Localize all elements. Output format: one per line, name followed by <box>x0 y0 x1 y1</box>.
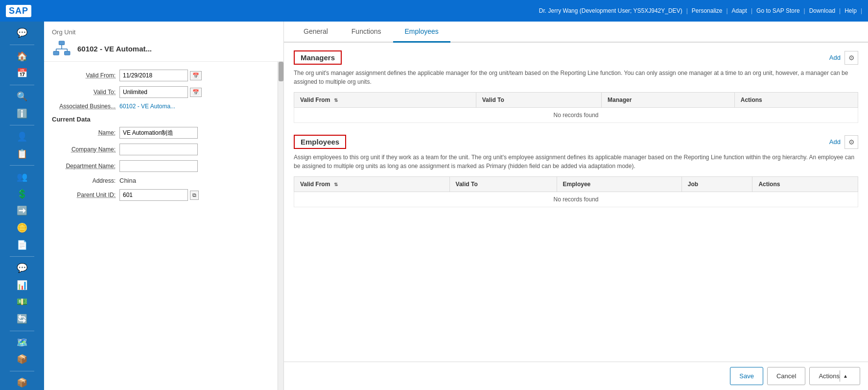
parent-unit-id-row: Parent Unit ID: ⧉ <box>52 189 274 201</box>
sidebar-divider3 <box>10 125 34 125</box>
sidebar-chat-icon[interactable]: 💬 <box>7 25 37 41</box>
org-unit-name: 60102 - VE Automat... <box>77 45 152 53</box>
valid-from-sort-icon[interactable]: ⇅ <box>334 98 338 103</box>
sidebar-box-icon[interactable]: 📦 <box>7 375 37 390</box>
sidebar-list-icon[interactable]: 📋 <box>7 146 37 161</box>
sidebar-coin-icon[interactable]: 🪙 <box>7 220 37 236</box>
associated-business-label: Associated Busines... <box>52 103 116 110</box>
sidebar-dollar2-icon[interactable]: 💵 <box>7 294 37 310</box>
sidebar-group-icon[interactable]: 👥 <box>7 170 37 185</box>
right-content: General Functions Employees Managers Add… <box>284 22 868 390</box>
dept-name-input[interactable] <box>119 160 198 172</box>
dept-name-label: Department Name: <box>52 163 116 170</box>
valid-to-label: Valid To: <box>52 89 116 96</box>
employees-col-employee[interactable]: Employee <box>557 177 681 192</box>
dept-name-row: Department Name: <box>52 160 274 172</box>
managers-section-actions: Add ⚙ <box>829 51 858 65</box>
address-label: Address: <box>52 177 116 184</box>
bottom-bar: Save Cancel Actions ▲ <box>284 362 868 390</box>
sidebar-package-icon[interactable]: 📦 <box>7 352 37 367</box>
employees-col-valid-from[interactable]: Valid From ⇅ <box>294 177 450 192</box>
cancel-button[interactable]: Cancel <box>767 367 805 385</box>
valid-to-input[interactable] <box>119 86 188 98</box>
actions-button-group[interactable]: Actions ▲ <box>809 367 860 385</box>
managers-add-button[interactable]: Add <box>829 54 841 61</box>
current-data-title: Current Data <box>52 116 274 123</box>
help-link[interactable]: Help <box>845 7 857 14</box>
sidebar-table-icon[interactable]: 📊 <box>7 277 37 292</box>
svg-rect-0 <box>59 41 64 45</box>
employees-col-job[interactable]: Job <box>681 177 752 192</box>
managers-table: Valid From ⇅ Valid To Manager Actions <box>294 92 858 123</box>
managers-gear-button[interactable]: ⚙ <box>845 51 858 65</box>
managers-col-valid-to[interactable]: Valid To <box>476 93 601 108</box>
svg-rect-1 <box>53 51 59 55</box>
employees-table-header-row: Valid From ⇅ Valid To Employee Job <box>294 177 858 192</box>
managers-col-valid-from[interactable]: Valid From ⇅ <box>294 93 476 108</box>
employees-col-actions: Actions <box>752 177 858 192</box>
address-value: China <box>119 177 136 184</box>
parent-unit-id-input[interactable] <box>119 189 188 201</box>
sidebar-divider2 <box>10 85 34 85</box>
sidebar-divider <box>10 45 34 45</box>
sidebar-calendar-icon[interactable]: 📅 <box>7 66 37 81</box>
save-button[interactable]: Save <box>730 367 763 385</box>
actions-arrow-icon[interactable]: ▲ <box>840 370 851 382</box>
scroll-indicator <box>278 62 283 390</box>
tabs-bar: General Functions Employees <box>284 22 868 43</box>
managers-table-header-row: Valid From ⇅ Valid To Manager Actions <box>294 93 858 108</box>
sidebar-divider6 <box>10 331 34 331</box>
managers-col-manager[interactable]: Manager <box>601 93 734 108</box>
valid-from-input[interactable] <box>119 70 188 81</box>
parent-unit-id-value: ⧉ <box>119 189 199 201</box>
sidebar-divider7 <box>10 371 34 371</box>
sidebar-dollar-icon[interactable]: 💲 <box>7 186 37 201</box>
valid-from-row: Valid From: 📅 <box>52 70 274 81</box>
sidebar-divider4 <box>10 165 34 166</box>
personalize-link[interactable]: Personalize <box>692 7 723 14</box>
sidebar-map-icon[interactable]: 🗺️ <box>7 335 37 350</box>
sap-logo: SAP <box>6 5 31 17</box>
employees-section: Employees Add ⚙ Assign employees to this… <box>294 135 858 207</box>
sidebar-home-icon[interactable]: 🏠 <box>7 49 37 64</box>
svg-rect-2 <box>65 51 70 55</box>
sidebar-person-icon[interactable]: 👤 <box>7 129 37 145</box>
sidebar-arrow-icon[interactable]: ➡️ <box>7 203 37 219</box>
org-unit-row: 60102 - VE Automat... <box>52 40 276 57</box>
tab-functions[interactable]: Functions <box>340 22 393 43</box>
company-name-row: Company Name: <box>52 144 274 155</box>
employees-col-valid-to[interactable]: Valid To <box>449 177 557 192</box>
copy-icon[interactable]: ⧉ <box>190 191 199 200</box>
emp-valid-from-sort-icon[interactable]: ⇅ <box>334 182 338 187</box>
user-info: Dr. Jerry Wang (Development User; YS5XJ9… <box>539 7 682 14</box>
managers-no-records-row: No records found <box>294 108 858 123</box>
employees-add-button[interactable]: Add <box>829 138 841 146</box>
sidebar-chat2-icon[interactable]: 💬 <box>7 261 37 276</box>
parent-unit-id-label: Parent Unit ID: <box>52 192 116 198</box>
employees-no-records: No records found <box>294 192 858 207</box>
left-panel-scroll[interactable]: Valid From: 📅 Valid To: 📅 Associated Bus… <box>44 62 283 390</box>
valid-from-value: 📅 <box>119 70 202 81</box>
employees-description: Assign employees to this org unit if the… <box>294 153 858 171</box>
valid-from-calendar-icon[interactable]: 📅 <box>190 71 202 80</box>
name-input[interactable] <box>119 127 198 139</box>
employees-gear-button[interactable]: ⚙ <box>845 135 858 149</box>
sidebar-info-icon[interactable]: ℹ️ <box>7 106 37 121</box>
top-bar-right: Dr. Jerry Wang (Development User; YS5XJ9… <box>539 7 862 14</box>
content-area: Managers Add ⚙ The org unit's manager as… <box>284 43 868 362</box>
valid-to-calendar-icon[interactable]: 📅 <box>190 88 202 97</box>
tab-general[interactable]: General <box>292 22 340 43</box>
sidebar-document-icon[interactable]: 📄 <box>7 237 37 252</box>
company-name-input[interactable] <box>119 144 198 155</box>
tab-employees[interactable]: Employees <box>393 22 450 43</box>
download-link[interactable]: Download <box>809 7 835 14</box>
left-panel-header: Org Unit 60102 - VE Automat... <box>44 22 283 62</box>
adapt-link[interactable]: Adapt <box>732 7 747 14</box>
managers-description: The org unit's manager assignment define… <box>294 69 858 86</box>
employees-no-records-row: No records found <box>294 192 858 207</box>
associated-business-value[interactable]: 60102 - VE Automa... <box>119 103 175 110</box>
go-to-sap-store-link[interactable]: Go to SAP Store <box>756 7 800 14</box>
icon-sidebar: 💬 🏠 📅 🔍 ℹ️ 👤 📋 👥 💲 ➡️ 🪙 📄 💬 📊 💵 🔄 🗺️ 📦 📦 <box>0 22 44 390</box>
sidebar-refresh-icon[interactable]: 🔄 <box>7 312 37 327</box>
sidebar-search-icon[interactable]: 🔍 <box>7 89 37 104</box>
